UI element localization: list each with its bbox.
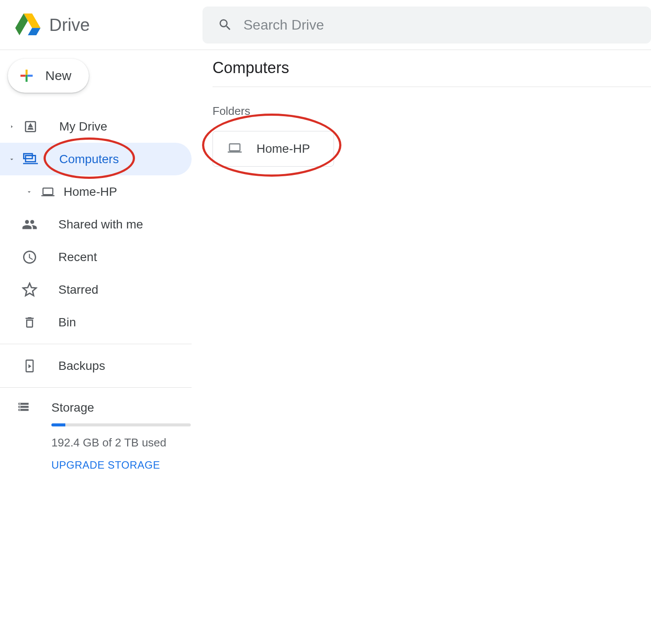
storage-title: Storage	[51, 401, 94, 415]
laptop-icon	[225, 141, 244, 157]
sidebar-item-label: Computers	[59, 152, 119, 166]
plus-icon	[17, 67, 36, 85]
storage-icon	[16, 401, 31, 415]
computers-icon	[23, 151, 38, 167]
new-button[interactable]: New	[8, 59, 89, 93]
sidebar-item-label: Bin	[58, 315, 76, 329]
storage-used-text: 192.4 GB of 2 TB used	[51, 436, 192, 449]
app-header: Drive	[0, 0, 651, 50]
app-title: Drive	[49, 15, 90, 35]
page-title: Computers	[213, 59, 651, 87]
sidebar-item-starred[interactable]: Starred	[0, 273, 192, 306]
trash-icon	[22, 315, 37, 330]
sidebar-item-label: Shared with me	[58, 218, 143, 231]
search-icon	[218, 17, 233, 32]
chevron-down-icon	[7, 156, 17, 163]
upgrade-storage-link[interactable]: UPGRADE STORAGE	[51, 459, 192, 471]
main-content: Computers Folders Home-HP	[192, 50, 651, 471]
logo-area[interactable]: Drive	[15, 12, 202, 37]
sidebar-item-homehp[interactable]: Home-HP	[0, 175, 192, 208]
clock-icon	[22, 249, 37, 265]
shared-icon	[22, 217, 37, 232]
laptop-icon	[40, 184, 56, 200]
sidebar: New My Drive	[0, 50, 192, 471]
backups-icon	[22, 358, 37, 374]
new-button-label: New	[45, 68, 71, 83]
sidebar-divider	[0, 344, 192, 344]
sidebar-item-backups[interactable]: Backups	[0, 349, 192, 382]
folder-label: Home-HP	[256, 142, 310, 156]
star-icon	[22, 282, 37, 298]
chevron-right-icon	[7, 123, 17, 130]
sidebar-item-label: Home-HP	[64, 185, 117, 199]
sidebar-item-recent[interactable]: Recent	[0, 241, 192, 273]
search-input[interactable]	[243, 17, 651, 33]
section-label: Folders	[213, 104, 651, 118]
storage-bar	[51, 423, 191, 426]
sidebar-item-label: Recent	[58, 250, 97, 264]
sidebar-divider	[0, 387, 192, 388]
sidebar-item-computers[interactable]: Computers	[0, 143, 192, 175]
storage-section: Storage 192.4 GB of 2 TB used UPGRADE ST…	[0, 393, 192, 471]
storage-bar-fill	[51, 423, 65, 426]
sidebar-item-bin[interactable]: Bin	[0, 306, 192, 339]
search-bar[interactable]	[202, 7, 651, 44]
sidebar-item-label: Starred	[58, 283, 98, 297]
sidebar-item-label: Backups	[58, 359, 105, 373]
folder-card-homehp[interactable]: Home-HP	[213, 131, 334, 167]
chevron-down-icon	[24, 188, 34, 195]
sidebar-item-mydrive[interactable]: My Drive	[0, 110, 192, 143]
drive-logo-icon	[15, 12, 40, 37]
sidebar-item-shared[interactable]: Shared with me	[0, 208, 192, 241]
sidebar-item-label: My Drive	[59, 120, 107, 134]
sidebar-nav: My Drive Computers	[0, 110, 192, 339]
mydrive-icon	[23, 119, 38, 134]
